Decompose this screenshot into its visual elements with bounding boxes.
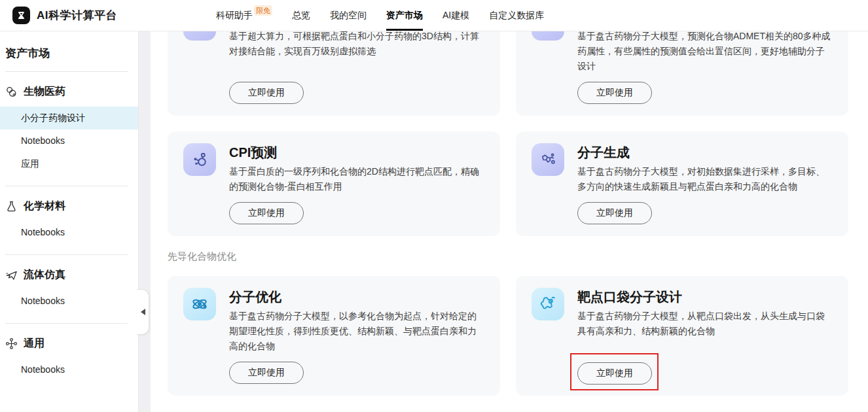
sidebar-item-applications[interactable]: 应用 [0,152,138,175]
sidebar-item-notebooks-bio[interactable]: Notebooks [0,129,138,152]
sidebar: 资产市场 生物医药 小分子药物设计 Notebooks 应用 化学材料 Note… [0,31,139,412]
sidebar-rail [139,31,151,412]
card-molecule-generation: 分子生成 基于盘古药物分子大模型，对初始数据集进行采样，多目标、多方向的快速生成… [516,131,848,236]
card-molecule-optimization: 分子优化 基于盘古药物分子大模型，以参考化合物为起点，针对给定的期望理化性质，得… [168,276,500,396]
nav-item-my-space[interactable]: 我的空间 [330,0,367,31]
card-title: CPI预测 [229,143,484,162]
nav-item-custom-database[interactable]: 自定义数据库 [489,0,544,31]
sidebar-item-notebooks-fluid[interactable]: Notebooks [0,290,138,313]
section-label-lead-optimization: 先导化合物优化 [168,250,848,263]
network-molecule-icon [183,143,216,176]
sidebar-item-notebooks-general[interactable]: Notebooks [0,358,138,381]
molecule-rings-icon [532,143,564,176]
sidebar-title: 资产市场 [0,41,138,61]
sidebar-item-notebooks-chem[interactable]: Notebooks [0,221,138,244]
card-title: 靶点口袋分子设计 [577,288,833,306]
use-now-button[interactable]: 立即使用 [229,362,304,384]
sidebar-section-biomedicine[interactable]: 生物医药 [0,72,138,99]
card-description: 基于盘古药物分子大模型，对初始数据集进行采样，多目标、多方向的快速生成新颖且与靶… [577,164,833,194]
collapse-left-arrow-icon [141,309,145,315]
sidebar-section-chemistry[interactable]: 化学材料 [0,186,138,213]
top-header: AI科学计算平台 科研助手 限免 总览 我的空间 资产市场 AI建模 自定义数据… [0,0,868,31]
card-admet: 基于盘古药物分子大模型，预测化合物ADMET相关的80多种成药属性，有些属性的预… [516,31,848,116]
card-description: 基于盘古药物分子大模型，从靶点口袋出发，从头生成与口袋具有高亲和力、结构新颖的化… [577,309,833,339]
sidebar-section-general[interactable]: 通用 [0,324,138,351]
sidebar-section-fluid-simulation[interactable]: 流体仿真 [0,255,138,282]
biomedicine-cells-icon [5,86,18,98]
docking-icon [183,31,216,41]
hourglass-icon [15,9,27,22]
atom-icon [183,288,216,320]
nav-item-research-assistant[interactable]: 科研助手 限免 [216,0,272,31]
card-description: 基于蛋白质的一级序列和化合物的2D结构进行靶点匹配，精确的预测化合物-蛋白相互作… [229,164,484,194]
sidebar-item-small-molecule-drug-design[interactable]: 小分子药物设计 [0,107,138,129]
flask-icon [5,200,18,213]
card-target-pocket-design: 靶点口袋分子设计 基于盘古药物分子大模型，从靶点口袋出发，从头生成与口袋具有高亲… [516,276,848,396]
app-logo-icon [12,7,30,24]
nodes-cross-icon [5,337,18,350]
admet-icon [532,31,564,41]
nav-item-ai-modeling[interactable]: AI建模 [443,0,469,31]
use-now-button[interactable]: 立即使用 [577,82,652,104]
annotation-box: 立即使用 [570,353,659,390]
card-description: 基于盘古药物分子大模型，预测化合物ADMET相关的80多种成药属性，有些属性的预… [577,31,833,74]
app-title: AI科学计算平台 [37,8,117,23]
brand: AI科学计算平台 [0,0,203,31]
use-now-button[interactable]: 立即使用 [577,202,652,224]
main-content: 基于超大算力，可根据靶点蛋白和小分子药物的3D结构，计算对接结合能，实现百万级别… [151,31,868,412]
card-description: 基于盘古药物分子大模型，以参考化合物为起点，针对给定的期望理化性质，得到性质更优… [229,309,484,354]
card-title: 分子优化 [229,288,484,306]
protein-pocket-icon [532,288,564,320]
card-title: 分子生成 [577,143,833,162]
top-nav: 科研助手 限免 总览 我的空间 资产市场 AI建模 自定义数据库 [216,0,544,31]
use-now-button-highlighted[interactable]: 立即使用 [577,362,652,385]
limited-free-badge: 限免 [254,5,272,16]
nav-item-asset-market[interactable]: 资产市场 [386,0,423,31]
plane-icon [5,269,18,281]
card-virtual-screening: 基于超大算力，可根据靶点蛋白和小分子药物的3D结构，计算对接结合能，实现百万级别… [168,31,500,116]
card-cpi-prediction: CPI预测 基于蛋白质的一级序列和化合物的2D结构进行靶点匹配，精确的预测化合物… [168,131,500,236]
use-now-button[interactable]: 立即使用 [229,82,304,104]
sidebar-collapse-handle[interactable] [137,289,149,335]
nav-item-overview[interactable]: 总览 [292,0,310,31]
card-description: 基于超大算力，可根据靶点蛋白和小分子药物的3D结构，计算对接结合能，实现百万级别… [229,31,484,59]
use-now-button[interactable]: 立即使用 [229,202,304,224]
